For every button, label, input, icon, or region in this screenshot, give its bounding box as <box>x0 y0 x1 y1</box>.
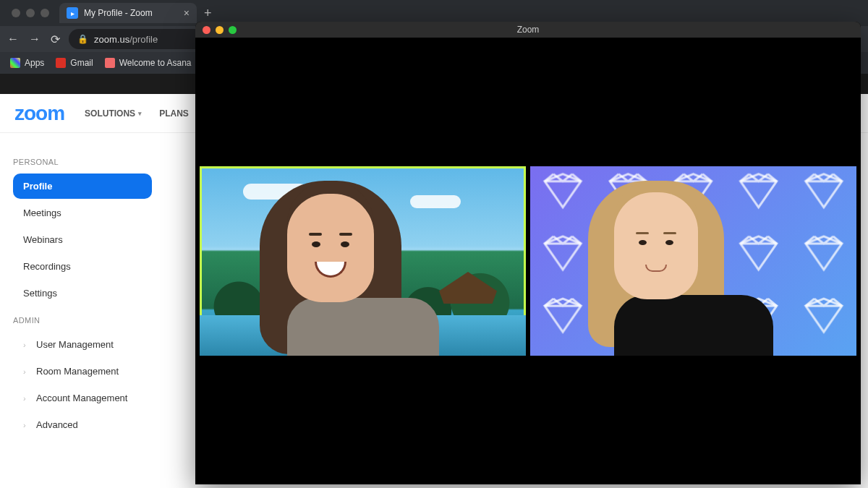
caret-down-icon: ▾ <box>138 110 142 117</box>
sidebar-item-profile[interactable]: Profile <box>13 174 152 199</box>
participant-avatar <box>614 192 773 356</box>
chevron-right-icon: › <box>23 367 30 376</box>
zoom-window-titlebar[interactable]: Zoom <box>195 22 861 38</box>
sidebar-item-recordings[interactable]: Recordings <box>13 254 152 279</box>
tab-title: My Profile - Zoom <box>84 8 178 18</box>
window-max-dot[interactable] <box>41 9 49 17</box>
bookmark-label: Gmail <box>70 58 93 68</box>
sidebar-item-label: User Management <box>36 339 114 350</box>
nav-solutions[interactable]: SOLUTIONS▾ <box>85 108 142 119</box>
section-personal: PERSONAL <box>13 158 152 166</box>
video-tile-participant-2[interactable] <box>530 166 856 356</box>
url-host: zoom.us <box>94 34 129 45</box>
video-tile-participant-1[interactable] <box>200 166 526 356</box>
zoom-meeting-window[interactable]: Zoom <box>195 22 861 484</box>
sidebar-item-room-management[interactable]: ›Room Management <box>13 359 152 384</box>
window-minimize-dot[interactable] <box>216 26 224 34</box>
gmail-icon <box>56 58 66 68</box>
browser-tab[interactable]: ▸ My Profile - Zoom × <box>59 3 197 23</box>
bookmark-apps[interactable]: Apps <box>10 58 44 68</box>
zoom-sidebar: PERSONAL Profile Meetings Webinars Recor… <box>0 133 165 488</box>
section-admin: ADMIN <box>13 316 152 325</box>
forward-icon[interactable]: → <box>29 33 41 46</box>
url-text: zoom.us/profile <box>94 34 158 45</box>
bookmark-label: Apps <box>25 58 44 68</box>
video-grid <box>200 166 856 356</box>
chevron-right-icon: › <box>23 341 30 349</box>
zoom-window-title: Zoom <box>195 25 861 35</box>
sidebar-item-label: Advanced <box>36 419 78 430</box>
chevron-right-icon: › <box>23 421 30 429</box>
tab-close-icon[interactable]: × <box>184 7 190 19</box>
sidebar-item-account-management[interactable]: ›Account Management <box>13 385 152 411</box>
apps-icon <box>10 58 20 68</box>
nav-label: SOLUTIONS <box>85 108 135 119</box>
bookmark-asana[interactable]: Welcome to Asana <box>105 58 192 68</box>
lock-icon: 🔒 <box>77 34 88 44</box>
sidebar-item-label: Room Management <box>36 366 119 377</box>
sidebar-item-advanced[interactable]: ›Advanced <box>13 412 152 437</box>
asana-icon <box>105 58 115 68</box>
zoom-window-traffic-lights[interactable] <box>195 26 237 34</box>
participant-avatar <box>287 194 439 356</box>
sidebar-item-settings[interactable]: Settings <box>13 281 152 306</box>
reload-icon[interactable]: ⟳ <box>51 33 60 46</box>
sidebar-item-webinars[interactable]: Webinars <box>13 227 152 252</box>
window-close-dot[interactable] <box>12 9 20 17</box>
zoom-logo[interactable]: zoom <box>14 102 64 125</box>
zoom-top-nav: SOLUTIONS▾ PLANS <box>85 108 189 119</box>
sidebar-item-label: Account Management <box>36 393 127 403</box>
new-tab-button[interactable]: + <box>200 6 216 21</box>
sidebar-item-user-management[interactable]: ›User Management <box>13 332 152 357</box>
chevron-right-icon: › <box>23 394 30 403</box>
zoom-favicon-icon: ▸ <box>67 7 78 19</box>
bookmark-gmail[interactable]: Gmail <box>56 58 93 68</box>
bookmark-label: Welcome to Asana <box>119 58 192 68</box>
back-icon[interactable]: ← <box>7 33 19 46</box>
window-min-dot[interactable] <box>26 9 35 17</box>
window-close-dot[interactable] <box>203 26 210 34</box>
sidebar-item-meetings[interactable]: Meetings <box>13 200 152 226</box>
nav-plans[interactable]: PLANS <box>159 108 189 119</box>
browser-traffic-lights[interactable] <box>4 9 56 17</box>
url-path: /profile <box>129 34 158 45</box>
nav-controls: ← → ⟳ <box>7 33 60 46</box>
window-fullscreen-dot[interactable] <box>229 26 237 34</box>
